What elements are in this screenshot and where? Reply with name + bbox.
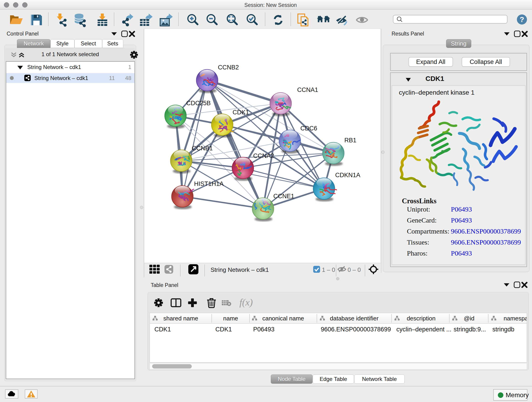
svg-text:CDC6: CDC6 (300, 125, 317, 132)
svg-text:CCNA1: CCNA1 (297, 86, 318, 93)
svg-text:CCNA2: CCNA2 (253, 153, 274, 159)
svg-text:HIST1H1A: HIST1H1A (194, 180, 224, 187)
svg-text:CDC25B: CDC25B (186, 100, 211, 107)
svg-text:CDKN1A: CDKN1A (335, 172, 360, 179)
svg-text:RB1: RB1 (344, 137, 356, 144)
svg-text:CCNE1: CCNE1 (273, 193, 294, 200)
svg-text:CCNB1: CCNB1 (192, 145, 213, 152)
svg-text:CCNB2: CCNB2 (218, 64, 239, 71)
svg-text:CDK1: CDK1 (233, 109, 249, 116)
